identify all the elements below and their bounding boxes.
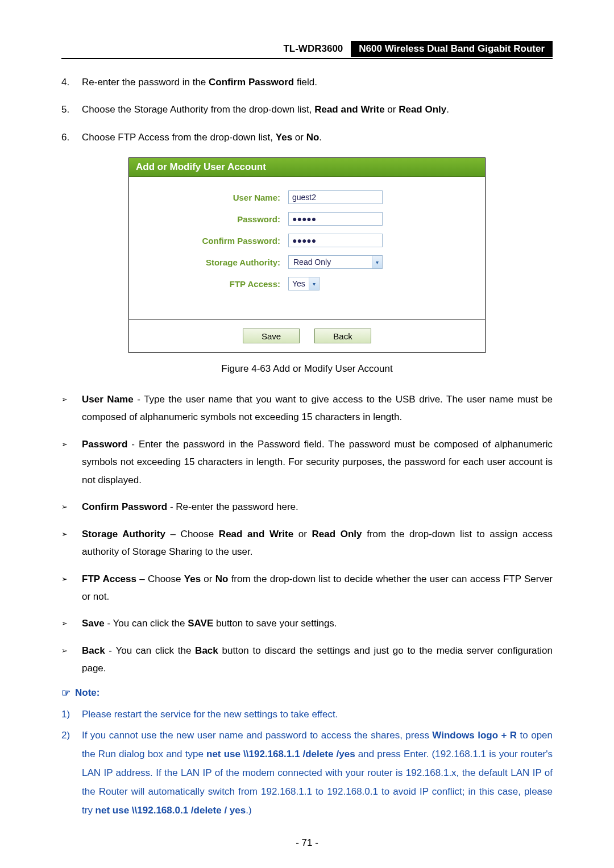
step-5: 5. Choose the Storage Authority from the… (61, 102, 553, 117)
select-value: Read Only (289, 258, 372, 267)
save-button[interactable]: Save (243, 329, 300, 343)
bullet-text: Storage Authority – Choose Read and Writ… (82, 525, 553, 561)
bold-text: Back (82, 645, 105, 656)
note-text: If you cannot use the new user name and … (82, 726, 553, 820)
text: . (319, 132, 322, 143)
bullet-item: ➢User Name - Type the user name that you… (61, 391, 553, 426)
figure-body: User Name: guest2 Password: ●●●●● Confir… (129, 177, 485, 319)
header: TL-WDR3600 N600 Wireless Dual Band Gigab… (61, 41, 553, 59)
text: Re-enter the password in the (82, 77, 209, 88)
text: or (293, 529, 312, 539)
text: . (446, 104, 449, 115)
bold-text: Storage Authority (82, 529, 165, 539)
bold-text: Yes (276, 132, 292, 143)
arrow-icon: ➢ (61, 642, 82, 678)
password-label: Password: (129, 214, 288, 224)
arrow-icon: ➢ (61, 391, 82, 426)
password-input[interactable]: ●●●●● (288, 212, 383, 226)
text: - (167, 501, 176, 512)
bold-text: No (306, 132, 320, 143)
bold-text: Windows logo + R (432, 730, 517, 741)
bold-text: Read and Write (314, 104, 384, 115)
bullet-item: ➢Back - You can click the Back button to… (61, 642, 553, 678)
bold-text: SAVE (188, 618, 213, 629)
note-item: 1)Please restart the service for the new… (61, 705, 553, 724)
bullet-text: Password - Enter the password in the Pas… (82, 435, 553, 489)
bold-text: Yes (184, 574, 201, 584)
bold-text: Read and Write (219, 529, 293, 539)
note-label: Note: (75, 687, 99, 699)
figure-add-modify-user: Add or Modify User Account User Name: gu… (128, 157, 486, 353)
header-title: N600 Wireless Dual Band Gigabit Router (351, 41, 553, 57)
step-4: 4. Re-enter the password in the Confirm … (61, 75, 553, 90)
text: Choose (181, 529, 219, 539)
text: Choose FTP Access from the drop-down lis… (82, 132, 276, 143)
select-value: Yes (289, 279, 309, 288)
text: - (127, 439, 139, 450)
text: If you cannot use the new user name and … (82, 730, 432, 741)
bold-text: Password (82, 439, 127, 450)
text: Type the user name that you want to give… (82, 394, 553, 422)
step-text: Choose FTP Access from the drop-down lis… (82, 130, 553, 145)
figure-caption: Figure 4-63 Add or Modify User Account (61, 363, 553, 375)
step-number: 6. (61, 130, 82, 145)
step-text: Choose the Storage Authority from the dr… (82, 102, 553, 117)
text: You can click the (113, 618, 188, 629)
bullet-text: Confirm Password - Re-enter the password… (82, 498, 553, 516)
text: or (385, 104, 399, 115)
bold-text: Back (195, 645, 218, 656)
confirm-label: Confirm Password: (129, 236, 288, 246)
username-input[interactable]: guest2 (288, 190, 383, 204)
text: – (165, 529, 181, 539)
chevron-down-icon: ▾ (309, 277, 319, 290)
figure-footer: Save Back (129, 319, 485, 352)
header-model: TL-WDR3600 (283, 41, 351, 57)
bullet-item: ➢Confirm Password - Re-enter the passwor… (61, 498, 553, 516)
bold-text: Confirm Password (82, 501, 167, 512)
bold-text: Save (82, 618, 105, 629)
text: Choose the Storage Authority from the dr… (82, 104, 314, 115)
note-item: 2)If you cannot use the new user name an… (61, 726, 553, 820)
pointing-hand-icon: ☞ (61, 687, 70, 699)
step-number: 5. (61, 102, 82, 117)
confirm-input[interactable]: ●●●●● (288, 234, 383, 247)
text: field. (294, 77, 317, 88)
step-6: 6. Choose FTP Access from the drop-down … (61, 130, 553, 145)
page-number: - 71 - (61, 837, 553, 849)
arrow-icon: ➢ (61, 498, 82, 516)
arrow-icon: ➢ (61, 525, 82, 561)
text: – (136, 574, 148, 584)
arrow-icon: ➢ (61, 570, 82, 606)
bullet-text: FTP Access – Choose Yes or No from the d… (82, 570, 553, 606)
note-number: 2) (61, 726, 82, 820)
text: - (134, 394, 144, 405)
step-text: Re-enter the password in the Confirm Pas… (82, 75, 553, 90)
bold-text: net use \\192.168.1.1 /delete /yes (206, 749, 355, 759)
text: button to save your settings. (213, 618, 337, 629)
text: - (105, 645, 116, 656)
text: - (105, 618, 113, 629)
bullet-text: User Name - Type the user name that you … (82, 391, 553, 426)
bold-text: Confirm Password (209, 77, 294, 88)
storage-authority-select[interactable]: Read Only ▾ (288, 255, 383, 269)
bullet-item: ➢Password - Enter the password in the Pa… (61, 435, 553, 489)
text: Enter the password in the Password field… (82, 439, 553, 485)
arrow-icon: ➢ (61, 435, 82, 489)
text: or (201, 574, 215, 584)
bold-text: Read Only (312, 529, 362, 539)
text: or (292, 132, 306, 143)
ftp-access-select[interactable]: Yes ▾ (288, 277, 320, 290)
bold-text: No (215, 574, 229, 584)
arrow-icon: ➢ (61, 614, 82, 632)
text: You can click the (115, 645, 195, 656)
bullet-text: Back - You can click the Back button to … (82, 642, 553, 678)
ftp-access-label: FTP Access: (129, 279, 288, 289)
note-number: 1) (61, 705, 82, 724)
bold-text: FTP Access (82, 574, 136, 584)
username-label: User Name: (129, 193, 288, 202)
back-button[interactable]: Back (314, 329, 371, 343)
step-number: 4. (61, 75, 82, 90)
figure-titlebar: Add or Modify User Account (129, 158, 485, 177)
text: Re-enter the password here. (176, 501, 298, 512)
storage-authority-label: Storage Authority: (129, 258, 288, 267)
